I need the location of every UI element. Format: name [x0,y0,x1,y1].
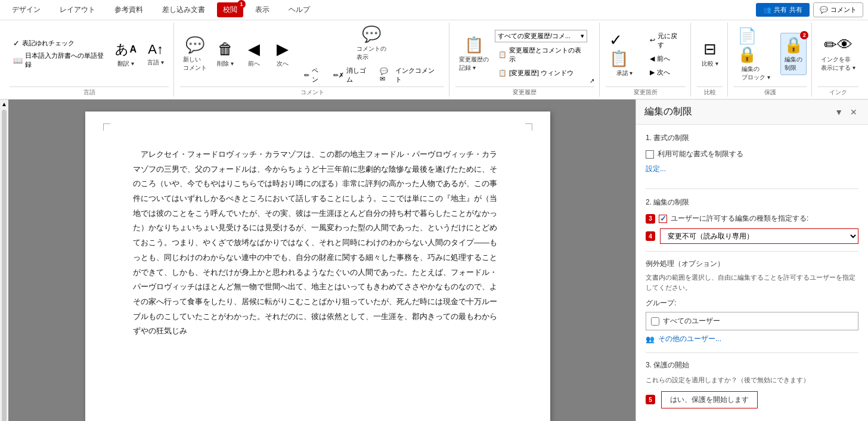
share-icon: 👥 [763,6,771,14]
btn-delete-comment[interactable]: 🗑 削除 ▾ [212,38,238,70]
btn-language[interactable]: A↑ 言語 ▾ [142,39,169,69]
sidebar-collapse-btn[interactable]: ▼ [832,106,845,118]
protect-start-button[interactable]: はい、保護を開始します [661,391,758,408]
ribbon-group-language-items: ✓ 表記ゆれチェック 📖 日本語入力辞書への単語登録 あ A 翻訳 ▾ [10,23,169,85]
btn-history-window[interactable]: 📋 [変更履歴] ウィンドウ [495,67,587,79]
checkbox-format-restrict[interactable] [646,150,654,159]
btn-next-comment[interactable]: ▶ 次へ [269,38,296,70]
btn-translate[interactable]: あ A 翻訳 ▾ [111,38,141,70]
btn-hide-ink[interactable]: ✏👁 インクを非表示にする ▾ [817,33,859,75]
ribbon-group-comment: 💬 新しいコメント 🗑 削除 ▾ ◀ 前へ ▶ 次へ 💬 [175,23,450,97]
share-button[interactable]: 👥 共有 共有 [756,3,810,17]
checkbox1-row: 利用可能な書式を制限する [646,149,858,159]
sidebar-panel: 編集の制限 ▼ ✕ 1. 書式の制限 利用可能な書式を制限する 設定... 2.… [636,100,868,421]
scroll-thumb[interactable] [2,110,7,421]
btn-dict-register[interactable]: 📖 日本語入力辞書への単語登録 [10,50,109,70]
sidebar-close-btn[interactable]: ✕ [848,106,860,118]
scroll-up-btn[interactable]: ▲ [1,101,7,107]
ribbon-top-bar: デザイン レイアウト 参考資料 差し込み文書 1 校閲 表示 ヘルプ 👥 共有 … [0,0,868,20]
document-text: アレクセイ・フォードロヴィッチ・カラマゾフは、この郡の地主フォードル・パーヴロヴ… [133,147,503,339]
sidebar-body: 1. 書式の制限 利用可能な書式を制限する 設定... 2. 編集の制限 3 ユ… [636,125,868,417]
ribbon: デザイン レイアウト 参考資料 差し込み文書 1 校閲 表示 ヘルプ 👥 共有 … [0,0,868,100]
btn-show-history[interactable]: 📋 変更履歴とコメントの表示 [495,45,587,65]
all-users-checkbox[interactable] [651,317,659,326]
hide-ink-icon: ✏👁 [824,36,852,54]
history-window-icon: 📋 [498,69,507,77]
ribbon-group-compare: ⊟ 比較 ▾ 比較 [692,23,728,97]
undo-icon: ↩ [650,36,655,44]
badge5: 5 [646,395,655,404]
expand-icon[interactable]: ↗ [590,78,594,84]
badge3: 3 [646,214,655,224]
group-label: グループ: [646,298,858,308]
settings-link[interactable]: 設定... [646,164,666,174]
ribbon-tabs-row: デザイン レイアウト 参考資料 差し込み文書 1 校閲 表示 ヘルプ [5,1,317,18]
ribbon-group-history: 📋 変更履歴の記録 ▾ すべての変更履歴/コメ... ▾ 📋 変更履歴とコメント… [451,23,600,97]
ribbon-group-changes: ✓📋 承諾 ▾ ↩ 元に戻す ◀ 前へ ▶ 次へ [601,23,692,97]
btn-new-comment[interactable]: 💬 新しいコメント [180,33,210,75]
sidebar-title: 編集の制限 [644,106,692,118]
btn-show-comments[interactable]: 💬 コメントの表示 [298,23,444,64]
section2-title: 2. 編集の制限 [646,197,858,208]
btn-compare[interactable]: ⊟ 比較 ▾ [697,38,723,70]
ink-comment-icon: 💬✉ [380,67,393,83]
btn-accept[interactable]: ✓📋 承諾 ▾ [606,29,644,80]
checkbox2-label: ユーザーに許可する編集の種類を指定する: [671,213,808,224]
btn-prev-change[interactable]: ◀ 前へ [646,53,686,64]
ribbon-group-history-items: 📋 変更履歴の記録 ▾ すべての変更履歴/コメ... ▾ 📋 変更履歴とコメント… [455,23,594,85]
ribbon-group-protect-items: 📄🔒 編集のブロック ▾ 2 🔒 編集の制限 [734,23,807,85]
prev-change-icon: ◀ [650,55,655,63]
group-checkbox-row: すべてのユーザー [651,316,853,326]
protect-desc: これらの設定を適用しますか？（後で無効にできます） [646,375,858,385]
page-corner-tr [525,123,532,131]
tab-view[interactable]: 表示 [248,1,277,18]
dropdown-all-history[interactable]: すべての変更履歴/コメ... ▾ [495,30,587,42]
dropdown-row: 4 変更不可（読み取り専用） コメント フォームへの入力 変更履歴 [646,228,858,244]
btn-spell-check[interactable]: ✓ 表記ゆれチェック [10,38,109,49]
restrict-editing-icon: 🔒 [784,36,803,54]
ribbon-group-language: ✓ 表記ゆれチェック 📖 日本語入力辞書への単語登録 あ A 翻訳 ▾ [5,23,174,97]
history-group-label: 変更履歴 [455,86,594,97]
tab-references[interactable]: 参考資料 [107,1,150,18]
dict-icon: 📖 [13,56,23,65]
btn-prev-comment[interactable]: ◀ 前へ [241,38,267,70]
btn-undo[interactable]: ↩ 元に戻す [646,30,686,51]
btn-ink-comment[interactable]: 💬✉ インクコメント [376,65,442,85]
group-box: すべてのユーザー [646,312,858,330]
language-group-label: 言語 [10,86,169,97]
edit-type-dropdown[interactable]: 変更不可（読み取り専用） コメント フォームへの入力 変更履歴 [660,228,858,244]
divider3 [646,352,858,353]
chevron-down-icon: ▾ [581,32,584,40]
document-page: アレクセイ・フォードロヴィッチ・カラマゾフは、この郡の地主フォードル・パーヴロヴ… [85,112,550,421]
main-container: ▲ ▼ アレクセイ・フォードロヴィッチ・カラマゾフは、この郡の地主フォードル・パ… [0,100,868,421]
new-comment-icon: 💬 [185,36,204,54]
tab-help[interactable]: ヘルプ [281,1,317,18]
comment-button[interactable]: 💬 コメント [813,2,863,17]
spellcheck-icon: ✓ [13,39,20,48]
btn-pen[interactable]: ✏ ペン [300,65,327,85]
ribbon-group-changes-items: ✓📋 承諾 ▾ ↩ 元に戻す ◀ 前へ ▶ 次へ [606,23,686,85]
tab-mailings[interactable]: 差し込み文書 [155,1,212,18]
next-change-icon: ▶ [650,69,655,76]
checkbox-edit-restrict[interactable] [659,215,667,223]
tab-design[interactable]: デザイン [5,1,48,18]
eraser-icon: ✏✗ [333,72,344,79]
ribbon-group-protect: 📄🔒 編集のブロック ▾ 2 🔒 編集の制限 保護 [729,23,812,97]
tab-layout[interactable]: レイアウト [52,1,103,18]
checkbox2-row: 3 ユーザーに許可する編集の種類を指定する: [646,213,858,224]
ribbon-group-comment-items: 💬 新しいコメント 🗑 削除 ▾ ◀ 前へ ▶ 次へ 💬 [180,23,444,85]
btn-eraser[interactable]: ✏✗ 消しゴム [330,65,374,85]
page-corner-tl [103,123,110,131]
language-icon: A↑ [148,42,163,57]
ribbon-content: ✓ 表記ゆれチェック 📖 日本語入力辞書への単語登録 あ A 翻訳 ▾ [0,20,868,99]
btn-block-editing[interactable]: 📄🔒 編集のブロック ▾ [734,24,777,84]
btn-track-changes[interactable]: 📋 変更履歴の記録 ▾ [455,33,492,75]
tab-review[interactable]: 1 校閲 [217,2,243,17]
tab-review-badge: 1 [237,0,246,8]
vertical-scrollbar[interactable]: ▲ ▼ [0,100,8,421]
other-users-link[interactable]: 👥 その他のユーザー... [646,334,858,344]
all-users-label: すべてのユーザー [663,316,720,326]
btn-next-change[interactable]: ▶ 次へ [646,67,686,78]
sidebar-controls: ▼ ✕ [832,106,860,118]
btn-restrict-editing[interactable]: 2 🔒 編集の制限 [780,33,807,75]
